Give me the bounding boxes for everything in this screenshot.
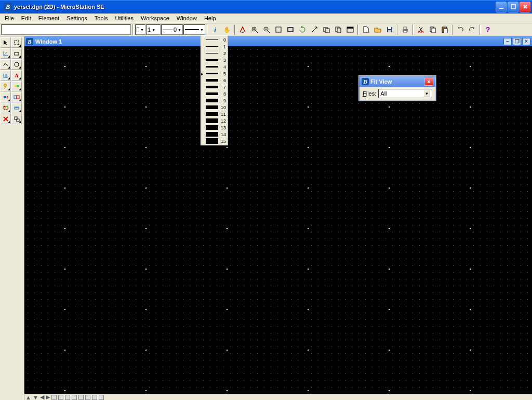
drop-tool-icon[interactable] — [11, 114, 22, 124]
weight-option-4[interactable]: 4 — [202, 63, 227, 70]
save-file-icon[interactable] — [384, 24, 395, 35]
window-area-icon[interactable] — [273, 24, 284, 35]
undo-icon[interactable] — [455, 24, 466, 35]
svg-rect-23 — [432, 28, 435, 33]
view-btn[interactable] — [58, 395, 63, 400]
menu-file[interactable]: File — [1, 14, 18, 22]
separator — [452, 24, 453, 35]
svg-rect-25 — [444, 29, 447, 33]
view-btn[interactable] — [85, 395, 90, 400]
svg-point-28 — [15, 62, 19, 66]
linestyle-combo[interactable]: 0▼ — [161, 24, 183, 35]
color-combo[interactable]: ▼ — [135, 24, 145, 35]
view-btn[interactable] — [78, 395, 84, 400]
menu-utilities[interactable]: Utilities — [112, 14, 137, 22]
inner-window-icon: B — [26, 38, 33, 45]
menu-edit[interactable]: Edit — [18, 14, 35, 22]
menu-help[interactable]: Help — [201, 14, 220, 22]
pan-view-icon[interactable] — [309, 24, 320, 35]
fit-view-titlebar[interactable]: B Fit View × — [360, 76, 435, 87]
weight-option-10[interactable]: 10 — [202, 104, 227, 111]
weight-option-0[interactable]: 0 — [202, 36, 227, 43]
view-btn[interactable] — [99, 395, 104, 400]
copy-icon[interactable] — [427, 24, 438, 35]
keyin-input[interactable] — [1, 24, 131, 35]
hand-tool-icon[interactable]: ✋ — [221, 24, 233, 35]
minimize-button[interactable] — [496, 2, 507, 12]
view-btn[interactable] — [72, 395, 77, 400]
update-view-icon[interactable] — [237, 24, 248, 35]
separator — [397, 24, 398, 35]
view-arrows[interactable]: ▼ — [33, 394, 38, 401]
weight-option-15[interactable]: 15 — [202, 138, 227, 144]
inner-maximize-button[interactable]: ❐ — [513, 38, 521, 45]
zoom-in-icon[interactable] — [249, 24, 260, 35]
print-icon[interactable] — [400, 24, 411, 35]
redo-icon[interactable] — [467, 24, 478, 35]
inner-minimize-button[interactable]: – — [503, 38, 512, 45]
view-btn[interactable] — [65, 395, 70, 400]
tag-tool-icon[interactable] — [1, 81, 11, 91]
view-btn[interactable] — [51, 395, 57, 400]
measure-tool-icon[interactable] — [11, 103, 22, 113]
drawing-canvas[interactable] — [24, 46, 532, 394]
weight-option-5[interactable]: 5 — [202, 70, 227, 77]
fit-view-icon[interactable] — [285, 24, 296, 35]
paste-icon[interactable] — [439, 24, 450, 35]
fence-tool-icon[interactable] — [11, 37, 22, 48]
text-tool-icon[interactable]: A — [11, 70, 22, 81]
cut-icon[interactable] — [415, 24, 427, 35]
weight-option-2[interactable]: 2 — [202, 50, 227, 57]
app-titlebar: B yersel.dgn (2D) - MicroStation SE — [0, 0, 532, 14]
maximize-button[interactable] — [508, 2, 518, 12]
weight-option-3[interactable]: 3 — [202, 57, 227, 63]
view-btn[interactable] — [92, 395, 97, 400]
menu-settings[interactable]: Settings — [63, 14, 91, 22]
fit-view-files-combo[interactable]: All ▼ — [378, 89, 432, 98]
weight-option-8[interactable]: 8 — [202, 90, 227, 97]
arc-tool-icon[interactable] — [1, 59, 11, 70]
weight-option-11[interactable]: 11 — [202, 111, 227, 117]
view-arrows[interactable]: ▶ — [46, 394, 50, 400]
weight-option-6[interactable]: 6 — [202, 77, 227, 84]
inner-close-button[interactable]: × — [522, 38, 530, 45]
zoom-out-icon[interactable] — [261, 24, 272, 35]
close-button[interactable] — [520, 2, 530, 12]
menu-element[interactable]: Element — [35, 14, 63, 22]
fit-view-close-button[interactable]: × — [424, 77, 433, 86]
svg-rect-15 — [388, 27, 391, 29]
new-file-icon[interactable] — [360, 24, 371, 35]
level-combo[interactable]: 1▼ — [146, 24, 161, 35]
info-icon[interactable]: i — [209, 24, 221, 35]
weight-option-12[interactable]: 12 — [202, 117, 227, 124]
weight-combo[interactable]: ▼ — [183, 24, 205, 35]
weight-option-1[interactable]: 1 — [202, 43, 227, 50]
separator — [234, 24, 235, 35]
weight-option-9[interactable]: 9 — [202, 97, 227, 104]
view-arrows[interactable]: ◀ — [40, 394, 44, 400]
delete-tool-icon[interactable] — [1, 114, 11, 124]
weight-option-7[interactable]: 7 — [202, 84, 227, 90]
view-previous-icon[interactable] — [321, 24, 332, 35]
cell-tool-icon[interactable] — [11, 81, 22, 91]
line-weight-dropdown[interactable]: 0123456789101112131415 — [201, 35, 228, 145]
menu-tools[interactable]: Tools — [91, 14, 112, 22]
open-file-icon[interactable] — [372, 24, 383, 35]
ellipse-tool-icon[interactable] — [11, 59, 22, 70]
view-next-icon[interactable] — [344, 24, 356, 35]
modify-tool-icon[interactable] — [1, 92, 11, 102]
selection-tool-icon[interactable] — [1, 37, 11, 48]
help-icon[interactable]: ? — [482, 24, 494, 35]
change-attr-tool-icon[interactable] — [11, 92, 22, 102]
menu-window[interactable]: Window — [173, 14, 201, 22]
weight-option-13[interactable]: 13 — [202, 124, 227, 131]
pattern-tool-icon[interactable] — [1, 103, 11, 113]
view-copy-icon[interactable] — [332, 24, 344, 35]
menu-workspace[interactable]: Workspace — [137, 14, 173, 22]
dimension-tool-icon[interactable] — [1, 70, 11, 81]
weight-option-14[interactable]: 14 — [202, 131, 227, 138]
acs-tool-icon[interactable] — [1, 48, 11, 59]
rotate-view-icon[interactable] — [297, 24, 308, 35]
view-arrows[interactable]: ▲ — [25, 394, 31, 401]
line-tool-icon[interactable] — [11, 48, 22, 59]
